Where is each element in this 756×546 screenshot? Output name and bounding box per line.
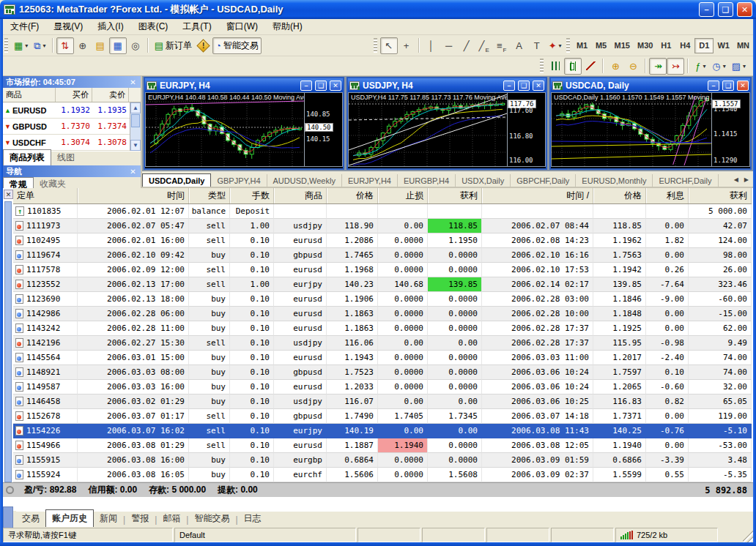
chart-window-usdjpy[interactable]: USDJPY, H4–❑✕USDJPY,H4 117.75 117.85 117… <box>346 77 547 170</box>
close-button[interactable]: ✕ <box>737 2 752 17</box>
text-tool-button[interactable]: A <box>511 37 528 54</box>
toolbar-grip[interactable] <box>4 38 8 53</box>
order-row-1117578[interactable]: 11175782006.02.09 12:00sell0.10eurusd1.1… <box>13 263 752 277</box>
header-5-价格[interactable]: 价格 <box>327 188 378 203</box>
line-chart-mode-button[interactable] <box>582 58 599 75</box>
chart-canvas[interactable] <box>146 93 304 166</box>
scroll-up-icon[interactable]: ▲ <box>130 102 141 113</box>
chart-tab-usdcad-daily[interactable]: USDCAD,Daily <box>142 173 211 187</box>
chart-tab-eurjpy-h4[interactable]: EURJPY,H4 <box>342 174 398 187</box>
chart-tab-eurchf-daily[interactable]: EURCHF,Daily <box>653 174 718 187</box>
market-watch-row[interactable]: ▲EURUSD1.19321.1935 <box>3 102 141 119</box>
crosshair-tool-button[interactable]: + <box>398 37 415 54</box>
header-2-类型[interactable]: 类型 <box>189 188 230 203</box>
chart-maximize-button[interactable]: ❑ <box>315 81 327 91</box>
timeframe-m30[interactable]: M30 <box>634 38 656 53</box>
order-row-1152678[interactable]: 11526782006.03.07 01:17sell0.10gbpusd1.7… <box>13 409 752 424</box>
zoom-in-button[interactable]: ⊕ <box>607 58 624 75</box>
column-bid[interactable]: 买价 <box>56 88 92 102</box>
scroll-left-icon[interactable]: ◀ <box>732 175 741 184</box>
chart-plot[interactable]: EURJPY,H4 140.48 140.58 140.44 140.50 Mo… <box>146 93 304 166</box>
menu-item-4[interactable]: 工具(T) <box>175 18 218 35</box>
timeframe-mn[interactable]: MN <box>733 38 753 53</box>
header-6-止损[interactable]: 止损 <box>378 188 428 203</box>
text-label-tool-button[interactable]: T <box>528 37 546 54</box>
vertical-line-tool-button[interactable]: │ <box>423 37 440 54</box>
header-4-商品[interactable]: 商品 <box>274 188 327 203</box>
market-watch-tab-商品列表[interactable]: 商品列表 <box>3 149 51 165</box>
chart-plot[interactable]: USDCAD,Daily 1.1560 1.1570 1.1549 1.1557… <box>552 93 711 166</box>
header-0-定单[interactable]: 定单 <box>13 188 78 203</box>
market-watch-titlebar[interactable]: 市场报价: 04:45:07 ✕ <box>3 76 141 88</box>
chart-window-titlebar[interactable]: USDCAD, Daily–❑✕ <box>551 78 750 92</box>
maximize-button[interactable]: ❑ <box>718 2 733 17</box>
timeframe-m1[interactable]: M1 <box>573 38 592 53</box>
market-watch-close-icon[interactable]: ✕ <box>128 78 138 86</box>
order-row-1154966[interactable]: 11549662006.03.08 01:29sell0.10eurusd1.1… <box>13 438 752 453</box>
column-ask[interactable]: 卖价 <box>92 88 129 102</box>
horizontal-line-tool-button[interactable]: ─ <box>440 37 458 54</box>
order-row-1101835[interactable]: ↑11018352006.02.01 12:07balanceDeposit5 … <box>13 204 752 219</box>
toolbar-grip[interactable] <box>540 59 544 73</box>
chart-maximize-button[interactable]: ❑ <box>722 81 734 91</box>
order-row-1146458[interactable]: 11464582006.03.02 01:29buy0.10usdjpy116.… <box>13 394 752 409</box>
trendline-tool-button[interactable]: ╱ <box>458 37 475 54</box>
timeframe-m5[interactable]: M5 <box>592 38 611 53</box>
terminal-dock-handle[interactable] <box>4 201 12 482</box>
terminal-tab-账户历史[interactable]: 账户历史 <box>45 509 94 527</box>
navigator-close-icon[interactable]: ✕ <box>128 168 138 176</box>
scroll-down-icon[interactable]: ▼ <box>130 140 141 151</box>
timeframe-m15[interactable]: M15 <box>611 38 634 53</box>
title-bar[interactable]: 125063: MetaTrader ?Forex Ltd. - 模拟帐户 - … <box>0 0 756 19</box>
chart-tab-gbpchf-daily[interactable]: GBPCHF,Daily <box>511 174 576 187</box>
terminal-tab-邮箱[interactable]: 邮箱 <box>157 510 186 527</box>
chart-tab-audusd-weekly[interactable]: AUDUSD,Weekly <box>267 174 342 187</box>
timeframe-d1[interactable]: D1 <box>694 38 714 53</box>
chart-minimize-button[interactable]: – <box>708 81 719 91</box>
chart-window-titlebar[interactable]: USDJPY, H4–❑✕ <box>348 78 546 92</box>
order-row-1111973[interactable]: 11119732006.02.07 05:47sell1.00usdjpy118… <box>13 219 752 233</box>
order-row-1155924[interactable]: 11559242006.03.08 16:05buy0.10eurchf1.56… <box>13 468 752 482</box>
chart-maximize-button[interactable]: ❑ <box>518 81 530 91</box>
data-window-toggle-button[interactable]: ▦ <box>109 37 127 54</box>
chart-plot[interactable]: USDJPY,H4 117.75 117.85 117.73 117.76 Mo… <box>349 93 507 166</box>
fibonacci-tool-button[interactable]: ≡F <box>493 37 511 54</box>
chart-minimize-button[interactable]: – <box>503 81 515 91</box>
navigator-titlebar[interactable]: 导航 ✕ <box>3 165 141 177</box>
header-3-手数[interactable]: 手数 <box>230 188 274 203</box>
order-row-1142986[interactable]: 11429862006.02.28 06:00buy0.10eurusd1.18… <box>13 307 752 321</box>
market-watch-scrollbar[interactable]: ▲ ▼ <box>130 102 141 151</box>
terminal-tab-交易[interactable]: 交易 <box>16 510 45 527</box>
order-row-1123552[interactable]: 11235522006.02.13 17:00sell1.00eurjpy140… <box>13 277 752 292</box>
scroll-right-icon[interactable]: ▶ <box>742 175 751 184</box>
order-row-1154226[interactable]: 11542262006.03.07 16:02sell0.10eurjpy140… <box>13 424 752 438</box>
chart-close-button[interactable]: ✕ <box>737 81 749 91</box>
chart-tab-usdx-daily[interactable]: USDX,Daily <box>456 174 511 187</box>
chart-tab-gbpjpy-h4[interactable]: GBPJPY,H4 <box>211 174 267 187</box>
market-watch-row[interactable]: ▼USDCHF1.30741.3078 <box>3 135 141 151</box>
chart-window-eurjpy[interactable]: EURJPY, H4–❑✕EURJPY,H4 140.48 140.58 140… <box>144 77 344 170</box>
chart-shift-button[interactable]: ↣ <box>667 58 684 75</box>
chart-close-button[interactable]: ✕ <box>533 81 544 91</box>
toolbar-grip[interactable] <box>566 38 570 53</box>
order-row-1149587[interactable]: 11495872006.03.03 16:00buy0.10eurusd1.20… <box>13 380 752 394</box>
order-row-1143242[interactable]: 11432422006.02.28 11:00buy0.10eurusd1.18… <box>13 321 752 336</box>
header-9-价格[interactable]: 价格 <box>593 188 646 203</box>
menu-item-3[interactable]: 图表(C) <box>131 18 176 35</box>
equidistant-channel-tool-button[interactable]: ╱E <box>475 37 493 54</box>
indicators-list-button[interactable]: ƒ▾ <box>692 58 709 75</box>
chart-minimize-button[interactable]: – <box>300 81 312 91</box>
market-watch-tab-线图[interactable]: 线图 <box>51 150 81 165</box>
toolbar-grip[interactable] <box>374 38 377 53</box>
chart-window-titlebar[interactable]: EURJPY, H4–❑✕ <box>145 78 343 92</box>
profiles-button[interactable]: ⧉▾ <box>31 37 48 54</box>
menu-item-2[interactable]: 插入(I) <box>90 18 130 35</box>
column-symbol[interactable]: 商品 <box>3 88 56 102</box>
chart-tab-eurusd-monthly[interactable]: EURUSD,Monthly <box>576 174 653 187</box>
status-profile[interactable]: Default <box>174 528 356 542</box>
navigator-toggle-button[interactable]: ▤ <box>92 37 109 54</box>
arrows-tool-button[interactable]: ✦▾ <box>546 37 565 54</box>
menu-item-1[interactable]: 显视(V) <box>46 18 90 35</box>
chart-window-usdcad[interactable]: USDCAD, Daily–❑✕USDCAD,Daily 1.1560 1.15… <box>549 77 752 170</box>
order-row-1123690[interactable]: 11236902006.02.13 18:00buy0.10eurusd1.19… <box>13 292 752 307</box>
